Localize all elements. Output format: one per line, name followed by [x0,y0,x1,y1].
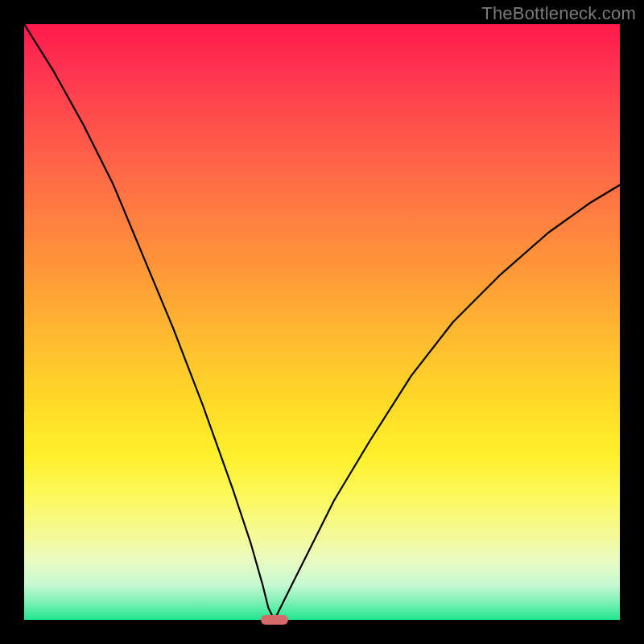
curve-left-path [24,24,275,620]
chart-frame: TheBottleneck.com [0,0,644,644]
bottleneck-curve [24,24,620,620]
watermark-text: TheBottleneck.com [481,3,636,24]
optimum-marker [261,615,288,625]
plot-area [24,24,620,620]
curve-right-path [275,185,620,620]
